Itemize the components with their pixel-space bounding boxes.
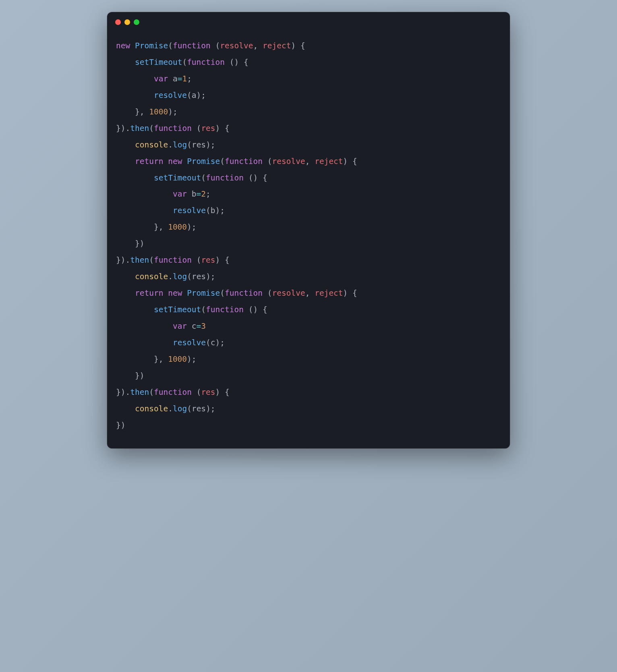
code-token <box>116 404 135 413</box>
code-token <box>116 288 135 298</box>
code-token: ); <box>187 222 196 232</box>
code-token: ) { <box>343 288 357 298</box>
code-token: resolve <box>154 91 187 100</box>
close-icon[interactable] <box>115 19 121 25</box>
code-token: log <box>173 272 187 281</box>
code-token: }, <box>116 222 168 232</box>
code-token: }, <box>116 355 168 364</box>
code-token <box>116 173 154 183</box>
code-token: res <box>192 404 206 413</box>
code-token: res <box>201 124 215 133</box>
code-token: then <box>130 388 149 397</box>
code-token: then <box>130 255 149 265</box>
code-token <box>116 206 173 215</box>
window-titlebar <box>107 12 510 28</box>
code-token: resolve <box>173 338 206 347</box>
code-token <box>116 305 154 314</box>
code-token: log <box>173 140 187 149</box>
code-token: ); <box>206 140 215 149</box>
code-token: function <box>225 157 267 166</box>
code-token: ) { <box>215 255 230 265</box>
code-token: ); <box>168 107 177 116</box>
code-token: ( <box>187 91 192 100</box>
code-token: () { <box>248 173 267 183</box>
code-block: new Promise(function (resolve, reject) {… <box>107 28 510 448</box>
code-token: resolve <box>173 206 206 215</box>
code-token: 1000 <box>168 222 187 232</box>
code-token: resolve <box>272 157 305 166</box>
code-token: function <box>206 305 248 314</box>
code-token: 1 <box>182 74 187 83</box>
maximize-icon[interactable] <box>134 19 139 25</box>
code-token: }). <box>116 124 130 133</box>
code-token: () { <box>230 58 248 67</box>
code-token <box>116 140 135 149</box>
code-token: 1000 <box>168 355 187 364</box>
code-token: ( <box>197 388 201 397</box>
code-token: }) <box>116 421 125 430</box>
code-token: 3 <box>201 321 206 331</box>
code-token: ( <box>182 58 187 67</box>
code-token: () { <box>248 305 267 314</box>
code-token: console <box>135 140 168 149</box>
code-token: setTimeout <box>154 173 201 183</box>
code-token: b <box>211 206 215 215</box>
code-token: function <box>225 288 267 298</box>
code-token: ); <box>215 338 225 347</box>
code-token: console <box>135 272 168 281</box>
code-token: ; <box>206 189 211 199</box>
code-token: , <box>305 157 315 166</box>
code-token: resolve <box>272 288 305 298</box>
code-token: function <box>187 58 230 67</box>
code-token: return <box>135 157 168 166</box>
code-token: ); <box>187 355 196 364</box>
code-token: ) { <box>291 41 305 50</box>
minimize-icon[interactable] <box>124 19 130 25</box>
code-token: new <box>168 157 187 166</box>
code-token: ); <box>215 206 225 215</box>
code-token: ( <box>197 255 201 265</box>
code-token: reject <box>315 157 343 166</box>
code-token: ) { <box>343 157 357 166</box>
code-token: }). <box>116 255 130 265</box>
code-token: = <box>197 321 201 331</box>
code-token: ( <box>215 41 220 50</box>
code-token: = <box>197 189 201 199</box>
code-token: ); <box>197 91 206 100</box>
code-token: , <box>305 288 315 298</box>
code-token: }) <box>116 371 144 380</box>
code-token <box>116 157 135 166</box>
code-token: c <box>192 321 197 331</box>
code-token <box>116 74 154 83</box>
code-token: new <box>116 41 135 50</box>
code-token: }) <box>116 239 144 248</box>
code-token: a <box>173 74 178 83</box>
code-token: res <box>201 255 215 265</box>
code-token: ( <box>149 255 154 265</box>
code-token: . <box>168 140 173 149</box>
code-token: res <box>192 272 206 281</box>
code-token: function <box>154 124 197 133</box>
code-token: setTimeout <box>135 58 182 67</box>
code-token: ( <box>267 157 272 166</box>
code-token: new <box>168 288 187 298</box>
code-token: setTimeout <box>154 305 201 314</box>
code-token: ( <box>187 140 192 149</box>
code-token: , <box>253 41 263 50</box>
code-token: Promise <box>187 288 220 298</box>
code-token: function <box>154 388 197 397</box>
code-token: ( <box>197 124 201 133</box>
code-token: c <box>211 338 215 347</box>
code-token: var <box>154 74 173 83</box>
code-token: . <box>168 404 173 413</box>
code-token: var <box>173 189 192 199</box>
code-token: reject <box>263 41 291 50</box>
code-token: function <box>173 41 215 50</box>
code-token: var <box>173 321 192 331</box>
code-token: res <box>201 388 215 397</box>
code-token: reject <box>315 288 343 298</box>
code-token: Promise <box>135 41 168 50</box>
code-token: ( <box>201 305 206 314</box>
code-token: }, <box>116 107 149 116</box>
code-token: function <box>206 173 248 183</box>
